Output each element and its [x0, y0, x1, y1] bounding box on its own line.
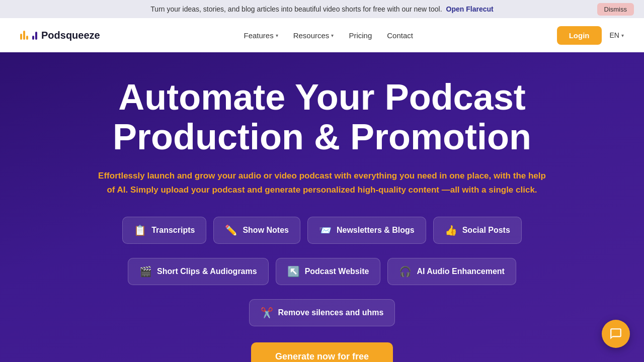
chat-button[interactable]: [602, 320, 630, 348]
feature-remove-silences[interactable]: ✂️ Remove silences and uhms: [249, 299, 395, 326]
banner-text: Turn your ideas, stories, and blog artic…: [150, 5, 442, 13]
dismiss-button[interactable]: Dismiss: [597, 3, 634, 16]
banner-cta-link[interactable]: Open Flarecut: [446, 5, 494, 13]
lang-label: EN: [610, 31, 619, 39]
nav-item-features[interactable]: Features ▾: [244, 31, 278, 40]
language-selector[interactable]: EN ▾: [610, 31, 624, 39]
logo-text: Podsqueeze: [41, 30, 100, 41]
nav-right: Login EN ▾: [557, 26, 624, 45]
feature-show-notes[interactable]: ✏️ Show Notes: [213, 217, 300, 244]
feature-social-posts[interactable]: 👍 Social Posts: [433, 217, 522, 244]
short-clips-icon: 🎬: [139, 265, 152, 278]
scissors-icon: ✂️: [261, 307, 273, 319]
chevron-down-icon: ▾: [331, 33, 334, 38]
chevron-down-icon: ▾: [621, 33, 624, 38]
features-row-2: 🎬 Short Clips & Audiograms ↖️ Podcast We…: [20, 258, 624, 285]
hero-section: Automate Your Podcast Production & Promo…: [0, 52, 644, 362]
cta-button[interactable]: Generate now for free: [251, 342, 393, 362]
navbar: Podsqueeze Features ▾ Resources ▾ Pricin…: [0, 18, 644, 52]
feature-newsletters[interactable]: 📨 Newsletters & Blogs: [307, 217, 426, 244]
nav-links: Features ▾ Resources ▾ Pricing Contact: [244, 31, 413, 40]
transcripts-icon: 📋: [134, 224, 146, 236]
hero-headline: Automate Your Podcast Production & Promo…: [20, 77, 624, 157]
nav-item-contact[interactable]: Contact: [387, 31, 413, 40]
chat-icon: [609, 327, 622, 340]
feature-ai-audio[interactable]: 🎧 AI Audio Enhancement: [387, 258, 516, 285]
social-posts-icon: 👍: [445, 224, 457, 236]
login-button[interactable]: Login: [557, 26, 602, 45]
podcast-website-icon: ↖️: [287, 265, 300, 278]
feature-short-clips[interactable]: 🎬 Short Clips & Audiograms: [128, 258, 269, 285]
logo-icon: [20, 31, 37, 40]
features-row-3: ✂️ Remove silences and uhms: [20, 299, 624, 326]
hero-highlight: all with a single click.: [450, 185, 537, 195]
nav-item-pricing[interactable]: Pricing: [349, 31, 372, 40]
newsletters-icon: 📨: [319, 224, 332, 236]
chevron-down-icon: ▾: [276, 33, 278, 38]
features-row-1: 📋 Transcripts ✏️ Show Notes 📨 Newsletter…: [20, 217, 624, 244]
nav-item-resources[interactable]: Resources ▾: [293, 31, 334, 40]
logo[interactable]: Podsqueeze: [20, 30, 100, 41]
announcement-banner: Turn your ideas, stories, and blog artic…: [0, 0, 644, 18]
feature-transcripts[interactable]: 📋 Transcripts: [122, 217, 206, 244]
hero-description: Effortlessly launch and grow your audio …: [96, 169, 548, 196]
ai-audio-icon: 🎧: [399, 265, 412, 278]
show-notes-icon: ✏️: [225, 224, 237, 236]
feature-podcast-website[interactable]: ↖️ Podcast Website: [276, 258, 381, 285]
